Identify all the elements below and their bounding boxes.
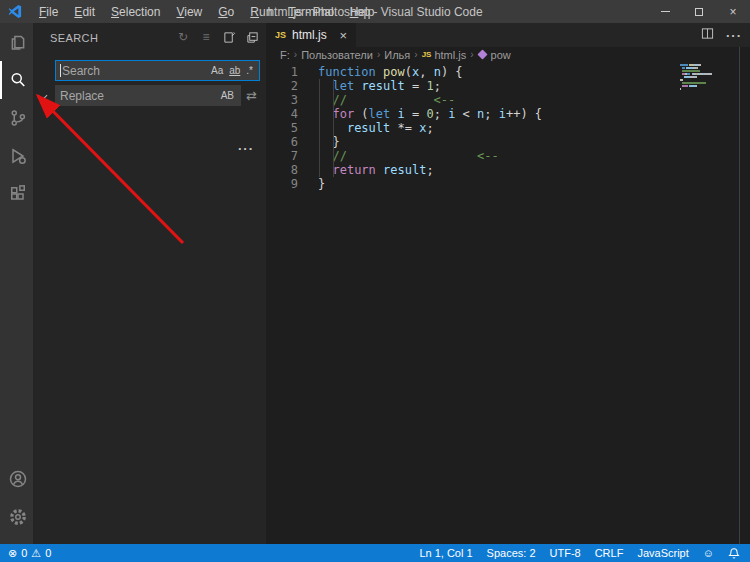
code-token: ++) { xyxy=(506,107,542,121)
status-item-indentation[interactable]: Spaces: 2 xyxy=(487,547,536,559)
menu-go[interactable]: Go xyxy=(210,5,242,19)
line-number[interactable]: 2 xyxy=(266,79,298,93)
code-line[interactable]: 9} xyxy=(266,177,750,191)
run-and-debug-icon xyxy=(8,146,28,166)
breadcrumb-label: pow xyxy=(491,49,511,61)
collapse-all-icon[interactable] xyxy=(244,29,260,45)
code-token: , xyxy=(419,65,433,79)
close-button[interactable]: × xyxy=(716,0,750,23)
breadcrumb-item[interactable]: Пользователи xyxy=(301,49,373,61)
line-number[interactable]: 9 xyxy=(266,177,298,191)
breadcrumb-item[interactable]: JShtml.js xyxy=(422,49,467,61)
replace-input[interactable]: Replace AB xyxy=(55,85,241,106)
code-token xyxy=(318,163,332,177)
problems-summary[interactable]: ⊗ 0 ⚠ 0 xyxy=(8,547,51,560)
minimap[interactable] xyxy=(680,64,718,91)
status-item-encoding[interactable]: UTF-8 xyxy=(550,547,581,559)
code-line[interactable]: 6 } xyxy=(266,135,750,149)
maximize-button[interactable] xyxy=(682,0,716,23)
tab-htmljs[interactable]: JS html.js × xyxy=(266,23,356,47)
search-placeholder: Search xyxy=(62,64,208,78)
code-token: ; xyxy=(426,121,433,135)
code-token: 0 xyxy=(426,107,433,121)
menu-file[interactable]: File xyxy=(31,5,66,19)
code-line[interactable]: 8 return result; xyxy=(266,163,750,177)
sidebar-item-search[interactable] xyxy=(0,61,33,99)
feedback-icon[interactable]: ☺ xyxy=(703,547,714,559)
menu-edit[interactable]: Edit xyxy=(66,5,103,19)
minimap-line xyxy=(680,73,718,75)
code-line[interactable]: 1function pow(x, n) { xyxy=(266,65,750,79)
tab-close-icon[interactable]: × xyxy=(339,28,347,43)
preserve-case-icon[interactable]: AB xyxy=(218,89,237,102)
search-input[interactable]: Search Aa ab .* xyxy=(55,60,260,81)
code-token: result xyxy=(347,121,390,135)
status-bar-right: Ln 1, Col 1Spaces: 2UTF-8CRLFJavaScript … xyxy=(419,547,740,560)
menu-view[interactable]: View xyxy=(168,5,210,19)
replace-all-icon[interactable]: ⇄ xyxy=(246,88,257,103)
line-number[interactable]: 5 xyxy=(266,121,298,135)
code-token: ; xyxy=(426,163,433,177)
minimap-line xyxy=(680,67,718,69)
line-number[interactable]: 1 xyxy=(266,65,298,79)
code-text: } xyxy=(318,135,340,149)
indent-guide xyxy=(333,79,334,177)
match-whole-word-icon[interactable]: ab xyxy=(226,64,243,77)
line-number[interactable]: 3 xyxy=(266,93,298,107)
status-item-end-of-line[interactable]: CRLF xyxy=(595,547,624,559)
minimize-icon xyxy=(661,11,670,12)
code-token: 1 xyxy=(426,79,433,93)
code-token: ( xyxy=(354,107,368,121)
code-line[interactable]: 5 result *= x; xyxy=(266,121,750,135)
code-lines: 1function pow(x, n) {2 let result = 1;3 … xyxy=(266,65,750,191)
code-token: // <-- xyxy=(332,149,498,163)
code-area[interactable]: 1function pow(x, n) {2 let result = 1;3 … xyxy=(266,62,750,191)
breadcrumb-item[interactable]: F: xyxy=(280,49,290,61)
line-number[interactable]: 6 xyxy=(266,135,298,149)
use-regex-icon[interactable]: .* xyxy=(243,64,256,77)
close-icon: × xyxy=(729,5,736,19)
extensions-icon xyxy=(8,184,28,204)
breadcrumb-separator-icon: › xyxy=(470,49,473,60)
toggle-replace-chevron-icon[interactable] xyxy=(38,90,48,100)
account-button[interactable] xyxy=(0,460,33,498)
code-token: for xyxy=(332,107,354,121)
search-sidebar: SEARCH ↻ ≡ Search Aa ab .* Replace xyxy=(33,23,266,544)
settings-button[interactable] xyxy=(0,498,33,536)
code-token: *= xyxy=(390,121,419,135)
code-token xyxy=(376,65,383,79)
clear-search-results-icon[interactable]: ≡ xyxy=(198,29,214,45)
split-editor-icon[interactable] xyxy=(701,26,714,44)
code-line[interactable]: 3 // <-- xyxy=(266,93,750,107)
code-token: = xyxy=(405,107,427,121)
notifications-bell-icon[interactable] xyxy=(728,547,740,560)
line-number[interactable]: 4 xyxy=(266,107,298,121)
code-line[interactable]: 4 for (let i = 0; i < n; i++) { xyxy=(266,107,750,121)
sidebar-item-explorer[interactable] xyxy=(0,23,33,61)
open-new-search-editor-icon[interactable] xyxy=(221,29,237,45)
breadcrumb-separator-icon: › xyxy=(294,49,297,60)
code-token: function xyxy=(318,65,376,79)
toggle-search-details-icon[interactable]: ··· xyxy=(238,141,254,156)
line-number[interactable]: 8 xyxy=(266,163,298,177)
menu-selection[interactable]: Selection xyxy=(103,5,168,19)
errors-count: 0 xyxy=(21,547,27,559)
editor-more-actions-icon[interactable]: ··· xyxy=(726,28,742,43)
code-token xyxy=(318,107,332,121)
status-item-language-mode[interactable]: JavaScript xyxy=(637,547,688,559)
sidebar-item-run-debug[interactable] xyxy=(0,137,33,175)
code-token: i xyxy=(499,107,506,121)
status-item-cursor-position[interactable]: Ln 1, Col 1 xyxy=(419,547,472,559)
minimize-button[interactable] xyxy=(648,0,682,23)
sidebar-item-source-control[interactable] xyxy=(0,99,33,137)
code-token: } xyxy=(318,177,325,191)
breadcrumb-item[interactable]: Илья xyxy=(384,49,410,61)
line-number[interactable]: 7 xyxy=(266,149,298,163)
code-token: result xyxy=(383,163,426,177)
match-case-icon[interactable]: Aa xyxy=(208,64,226,77)
sidebar-item-extensions[interactable] xyxy=(0,175,33,213)
code-line[interactable]: 2 let result = 1; xyxy=(266,79,750,93)
refresh-icon[interactable]: ↻ xyxy=(175,29,191,45)
breadcrumb-item[interactable]: pow xyxy=(478,49,511,61)
code-line[interactable]: 7 // <-- xyxy=(266,149,750,163)
